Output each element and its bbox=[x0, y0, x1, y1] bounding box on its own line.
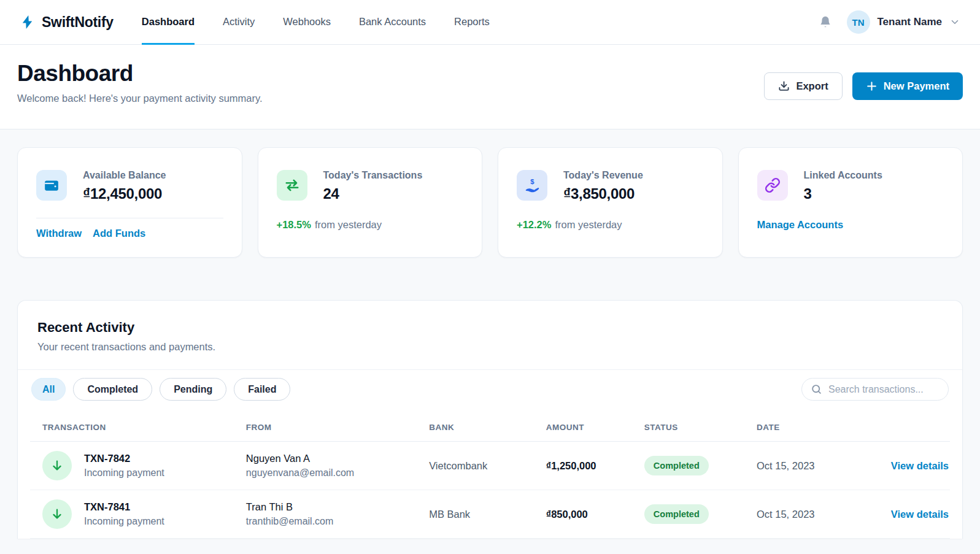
status-badge: Completed bbox=[644, 456, 709, 475]
nav-links: Dashboard Activity Webhooks Bank Account… bbox=[142, 0, 490, 44]
download-icon bbox=[778, 80, 790, 92]
search-icon bbox=[811, 383, 822, 395]
delta-suffix: from yesterday bbox=[555, 219, 622, 231]
transfer-arrows-icon bbox=[277, 170, 307, 201]
col-bank: Bank bbox=[417, 408, 534, 442]
sender-email: tranthib@email.com bbox=[246, 516, 334, 527]
wallet-icon bbox=[36, 170, 67, 201]
stat-delta: +18.5% from yesterday bbox=[277, 219, 464, 231]
transaction-type: Incoming payment bbox=[84, 516, 164, 527]
stats-row: Available Balance ₫12,450,000 Withdraw A… bbox=[17, 147, 963, 258]
filter-chip-completed[interactable]: Completed bbox=[73, 378, 152, 401]
transaction-id: TXN-7842 bbox=[84, 453, 164, 464]
hand-dollar-icon: $ bbox=[517, 170, 547, 201]
sender-email: nguyenvana@email.com bbox=[246, 467, 354, 479]
stat-value: 3 bbox=[804, 185, 882, 202]
view-details-link[interactable]: View details bbox=[891, 460, 949, 472]
stat-value: ₫12,450,000 bbox=[83, 185, 166, 202]
status-badge: Completed bbox=[644, 504, 709, 524]
stat-label: Today's Revenue bbox=[563, 170, 643, 181]
stat-label: Available Balance bbox=[83, 170, 166, 181]
sender-name: Nguyen Van A bbox=[246, 453, 354, 464]
nav-tab-activity[interactable]: Activity bbox=[223, 1, 255, 45]
svg-text:$: $ bbox=[530, 178, 534, 185]
nav-tab-dashboard[interactable]: Dashboard bbox=[142, 1, 195, 45]
filter-chip-failed[interactable]: Failed bbox=[234, 378, 290, 401]
table-row: TXN-7841 Incoming payment Tran Thi B tra… bbox=[30, 490, 950, 539]
sender-name: Tran Thi B bbox=[246, 501, 334, 513]
withdraw-link[interactable]: Withdraw bbox=[36, 228, 82, 239]
col-actions bbox=[839, 408, 950, 442]
export-label: Export bbox=[796, 80, 828, 92]
new-payment-label: New Payment bbox=[884, 80, 949, 92]
nav-tab-webhooks[interactable]: Webhooks bbox=[283, 1, 331, 45]
amount: ₫850,000 bbox=[546, 509, 588, 520]
recent-activity-subtitle: Your recent transactions and payments. bbox=[37, 341, 943, 353]
stat-card-available-balance: Available Balance ₫12,450,000 Withdraw A… bbox=[17, 147, 242, 258]
date: Oct 15, 2023 bbox=[757, 509, 814, 520]
user-menu[interactable]: TN Tenant Name bbox=[847, 10, 961, 34]
new-payment-button[interactable]: New Payment bbox=[852, 72, 963, 100]
top-navbar: SwiftNotify Dashboard Activity Webhooks … bbox=[0, 0, 980, 45]
incoming-arrow-icon bbox=[42, 451, 72, 480]
stat-delta: +12.2% from yesterday bbox=[517, 219, 704, 231]
delta-suffix: from yesterday bbox=[315, 219, 382, 231]
col-amount: Amount bbox=[534, 408, 632, 442]
page-header: Dashboard Welcome back! Here's your paym… bbox=[0, 45, 980, 129]
lightning-bolt-icon bbox=[20, 14, 36, 30]
filter-chip-pending[interactable]: Pending bbox=[160, 378, 226, 401]
stat-card-todays-revenue: $ Today's Revenue ₫3,850,000 +12.2% from… bbox=[498, 147, 723, 258]
user-name: Tenant Name bbox=[878, 16, 943, 28]
stat-card-todays-transactions: Today's Transactions 24 +18.5% from yest… bbox=[258, 147, 483, 258]
nav-tab-bank-accounts[interactable]: Bank Accounts bbox=[359, 1, 426, 45]
col-transaction: Transaction bbox=[30, 408, 234, 442]
search-input[interactable] bbox=[828, 384, 944, 395]
stat-card-linked-accounts: Linked Accounts 3 Manage Accounts bbox=[738, 147, 963, 258]
date: Oct 15, 2023 bbox=[757, 460, 814, 472]
transaction-type: Incoming payment bbox=[84, 467, 164, 479]
amount: ₫1,250,000 bbox=[546, 460, 596, 472]
page-title: Dashboard bbox=[17, 61, 263, 87]
recent-activity-card: Recent Activity Your recent transactions… bbox=[17, 300, 963, 539]
transactions-table: Transaction From Bank Amount Status Date… bbox=[18, 408, 962, 539]
transaction-id: TXN-7841 bbox=[84, 501, 164, 513]
delta-percent: +18.5% bbox=[277, 219, 311, 231]
delta-percent: +12.2% bbox=[517, 219, 551, 231]
view-details-link[interactable]: View details bbox=[891, 509, 949, 520]
nav-tab-reports[interactable]: Reports bbox=[454, 1, 490, 45]
avatar: TN bbox=[847, 10, 870, 34]
search-box[interactable] bbox=[801, 378, 949, 401]
stat-value: ₫3,850,000 bbox=[563, 185, 643, 202]
add-funds-link[interactable]: Add Funds bbox=[93, 228, 145, 239]
filter-chip-all[interactable]: All bbox=[31, 378, 66, 401]
filter-row: All Completed Pending Failed bbox=[18, 370, 962, 408]
col-date: Date bbox=[744, 408, 839, 442]
manage-accounts-link[interactable]: Manage Accounts bbox=[757, 219, 844, 231]
incoming-arrow-icon bbox=[42, 499, 72, 529]
stat-label: Today's Transactions bbox=[323, 170, 423, 181]
stat-value: 24 bbox=[323, 185, 423, 202]
brand-logo[interactable]: SwiftNotify bbox=[20, 14, 114, 31]
bank-name: MB Bank bbox=[429, 509, 470, 520]
export-button[interactable]: Export bbox=[764, 72, 842, 100]
plus-icon bbox=[866, 80, 878, 92]
table-header-row: Transaction From Bank Amount Status Date bbox=[30, 408, 950, 442]
col-status: Status bbox=[632, 408, 744, 442]
col-from: From bbox=[234, 408, 417, 442]
stat-label: Linked Accounts bbox=[804, 170, 882, 181]
chain-link-icon bbox=[757, 170, 788, 201]
notifications-bell-icon[interactable] bbox=[816, 13, 835, 31]
page-subtitle: Welcome back! Here's your payment activi… bbox=[17, 93, 263, 104]
brand-name: SwiftNotify bbox=[42, 14, 114, 31]
bank-name: Vietcombank bbox=[429, 460, 487, 472]
table-row: TXN-7842 Incoming payment Nguyen Van A n… bbox=[30, 442, 950, 490]
recent-activity-title: Recent Activity bbox=[37, 320, 943, 336]
chevron-down-icon bbox=[949, 17, 960, 28]
